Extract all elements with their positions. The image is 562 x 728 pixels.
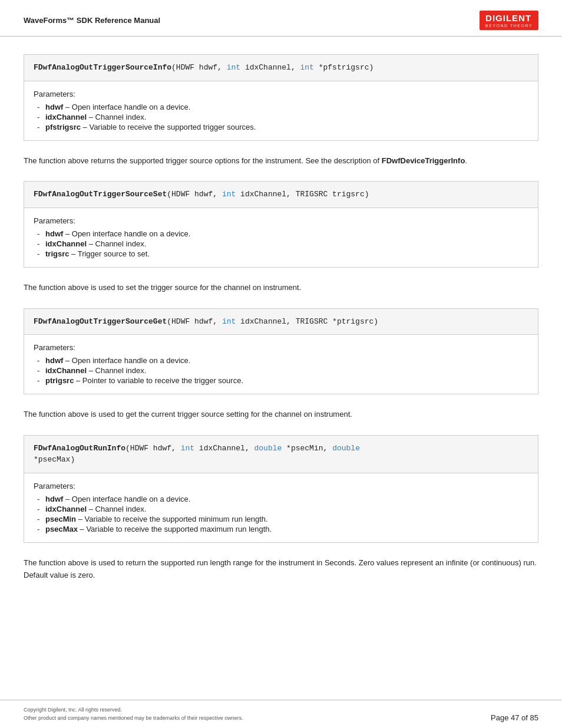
func-sig-rest-3: (HDWF hdwf,	[167, 317, 222, 326]
func-int-2a: int	[222, 190, 236, 199]
param-3-hdwf: hdwf – Open interface handle on a device…	[34, 355, 528, 365]
param-4-hdwf: hdwf – Open interface handle on a device…	[34, 494, 528, 504]
page-wrapper: WaveForms™ SDK Reference Manual DIGILENT…	[0, 0, 562, 728]
params-label-2: Parameters:	[34, 216, 528, 225]
func-int-4a: int	[181, 444, 194, 453]
func-name-1: FDwfAnalogOutTriggerSourceInfo	[34, 63, 171, 72]
func-sig-mid1-4: idxChannel,	[194, 444, 254, 453]
param-list-1: hdwf – Open interface handle on a device…	[34, 102, 528, 132]
param-3-ptrigsrc: ptrigsrc – Pointer to variable to receiv…	[34, 375, 528, 386]
func-sig-mid-1: idxChannel,	[240, 63, 300, 72]
func-int-1b: int	[300, 63, 314, 72]
logo-box: DIGILENT BEYOND THEORY	[480, 11, 538, 30]
param-list-2: hdwf – Open interface handle on a device…	[34, 229, 528, 259]
func-name-4: FDwfAnalogOutRunInfo	[34, 444, 125, 453]
func-signature-4: FDwfAnalogOutRunInfo(HDWF hdwf, int idxC…	[24, 436, 538, 473]
main-content: FDwfAnalogOutTriggerSourceInfo(HDWF hdwf…	[0, 37, 562, 631]
func-double-4a: double	[254, 444, 282, 453]
func-desc-3: The function above is used to get the cu…	[24, 409, 538, 421]
func-block-1: FDwfAnalogOutTriggerSourceInfo(HDWF hdwf…	[24, 54, 538, 141]
param-4-idxchannel: idxChannel – Channel index.	[34, 504, 528, 514]
func-block-2: FDwfAnalogOutTriggerSourceSet(HDWF hdwf,…	[24, 181, 538, 268]
footer-copyright: Copyright Digilent, Inc. All rights rese…	[24, 706, 243, 714]
func-sig-end-4: *psecMax)	[34, 455, 75, 464]
header: WaveForms™ SDK Reference Manual DIGILENT…	[0, 0, 562, 37]
param-2-trigsrc: trigsrc – Trigger source to set.	[34, 249, 528, 259]
func-double-4b: double	[332, 444, 360, 453]
func-int-3a: int	[222, 317, 236, 326]
param-list-4: hdwf – Open interface handle on a device…	[34, 494, 528, 534]
func-signature-3: FDwfAnalogOutTriggerSourceGet(HDWF hdwf,…	[24, 309, 538, 335]
func-sig-rest-4: (HDWF hdwf,	[125, 444, 181, 453]
func-sig-end-1: *pfstrigsrc)	[314, 63, 373, 72]
param-4-psecmin: psecMin – Variable to receive the suppor…	[34, 514, 528, 524]
func-block-3: FDwfAnalogOutTriggerSourceGet(HDWF hdwf,…	[24, 308, 538, 395]
param-3-idxchannel: idxChannel – Channel index.	[34, 365, 528, 375]
func-params-4: Parameters: hdwf – Open interface handle…	[24, 473, 538, 542]
param-1-idxchannel: idxChannel – Channel index.	[34, 112, 528, 122]
param-list-3: hdwf – Open interface handle on a device…	[34, 355, 528, 386]
footer-left: Copyright Digilent, Inc. All rights rese…	[24, 706, 243, 722]
func-sig-rest-2: (HDWF hdwf,	[167, 190, 222, 199]
func-sig-mid2-4: *psecMin,	[282, 444, 332, 453]
func-params-2: Parameters: hdwf – Open interface handle…	[24, 208, 538, 267]
param-4-psecmax: psecMax – Variable to receive the suppor…	[34, 524, 528, 534]
func-int-1a: int	[227, 63, 240, 72]
footer: Copyright Digilent, Inc. All rights rese…	[0, 700, 562, 728]
params-label-3: Parameters:	[34, 343, 528, 352]
func-params-1: Parameters: hdwf – Open interface handle…	[24, 81, 538, 140]
func-desc-1: The function above returns the supported…	[24, 155, 538, 167]
param-2-idxchannel: idxChannel – Channel index.	[34, 239, 528, 249]
param-1-pfstrigsrc: pfstrigsrc – Variable to receive the sup…	[34, 122, 528, 132]
func-name-3: FDwfAnalogOutTriggerSourceGet	[34, 317, 167, 326]
param-1-hdwf: hdwf – Open interface handle on a device…	[34, 102, 528, 112]
param-2-hdwf: hdwf – Open interface handle on a device…	[34, 229, 528, 239]
footer-page: Page 47 of 85	[491, 713, 538, 722]
logo-content: DIGILENT BEYOND THEORY	[485, 13, 533, 28]
func-sig-rest-1: (HDWF hdwf,	[171, 63, 227, 72]
func-name-2: FDwfAnalogOutTriggerSourceSet	[34, 190, 167, 199]
footer-trademark: Other product and company names mentione…	[24, 714, 243, 723]
params-label-1: Parameters:	[34, 90, 528, 98]
func-sig-end-2: idxChannel, TRIGSRC trigsrc)	[236, 190, 369, 199]
func-sig-end-3: idxChannel, TRIGSRC *ptrigsrc)	[236, 317, 378, 326]
func-signature-1: FDwfAnalogOutTriggerSourceInfo(HDWF hdwf…	[24, 55, 538, 81]
logo-sub: BEYOND THEORY	[485, 24, 533, 28]
func-block-4: FDwfAnalogOutRunInfo(HDWF hdwf, int idxC…	[24, 435, 538, 543]
func-params-3: Parameters: hdwf – Open interface handle…	[24, 335, 538, 394]
header-title: WaveForms™ SDK Reference Manual	[24, 16, 160, 25]
func-signature-2: FDwfAnalogOutTriggerSourceSet(HDWF hdwf,…	[24, 182, 538, 208]
params-label-4: Parameters:	[34, 482, 528, 490]
func-desc-2: The function above is used to set the tr…	[24, 282, 538, 294]
logo-text: DIGILENT	[485, 13, 533, 23]
func-desc-4: The function above is used to return the…	[24, 557, 538, 582]
